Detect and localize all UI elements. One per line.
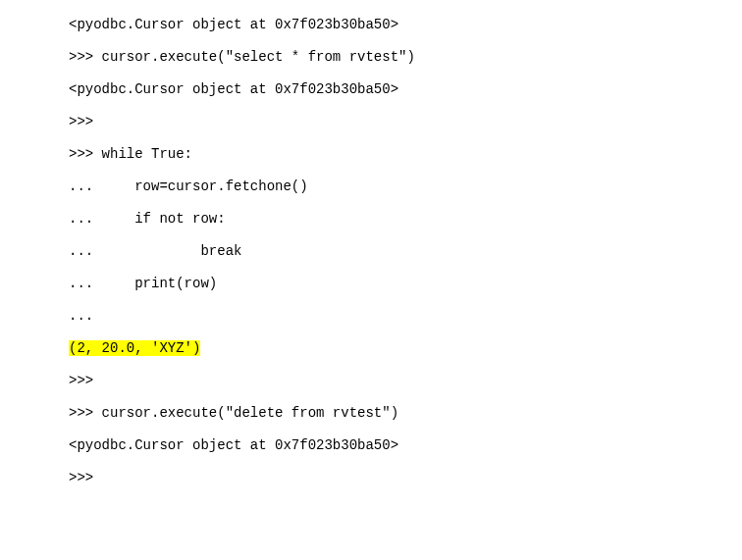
code-text: >>> while True: bbox=[69, 146, 192, 162]
code-text: ... bbox=[69, 308, 93, 324]
code-text-highlighted: (2, 20.0, 'XYZ') bbox=[69, 340, 200, 356]
code-text: <pyodbc.Cursor object at 0x7f023b30ba50> bbox=[69, 437, 398, 453]
code-line: >>> bbox=[69, 471, 742, 484]
code-line: ... bbox=[69, 309, 742, 323]
code-line: >>> bbox=[69, 374, 742, 387]
code-line-highlighted: (2, 20.0, 'XYZ') bbox=[69, 341, 742, 355]
code-text: >>> bbox=[69, 114, 93, 129]
code-line: ... row=cursor.fetchone() bbox=[69, 179, 742, 193]
code-line: <pyodbc.Cursor object at 0x7f023b30ba50> bbox=[69, 18, 742, 31]
code-line: ... if not row: bbox=[69, 212, 742, 226]
code-text: ... break bbox=[69, 243, 241, 259]
code-text: >>> bbox=[69, 373, 93, 388]
code-text: <pyodbc.Cursor object at 0x7f023b30ba50> bbox=[69, 81, 398, 97]
code-text: >>> cursor.execute("select * from rvtest… bbox=[69, 49, 415, 65]
code-text: ... if not row: bbox=[69, 211, 226, 227]
code-line: >>> cursor.execute("select * from rvtest… bbox=[69, 50, 742, 64]
code-line: >>> while True: bbox=[69, 147, 742, 161]
code-line: <pyodbc.Cursor object at 0x7f023b30ba50> bbox=[69, 438, 742, 452]
code-line: >>> bbox=[69, 115, 742, 128]
code-text: >>> cursor.execute("delete from rvtest") bbox=[69, 405, 398, 421]
code-line: <pyodbc.Cursor object at 0x7f023b30ba50> bbox=[69, 82, 742, 96]
code-text: ... row=cursor.fetchone() bbox=[69, 178, 308, 194]
code-text: <pyodbc.Cursor object at 0x7f023b30ba50> bbox=[69, 17, 398, 32]
code-text: >>> bbox=[69, 470, 93, 485]
code-line: ... print(row) bbox=[69, 277, 742, 290]
code-line: >>> cursor.execute("delete from rvtest") bbox=[69, 406, 742, 420]
code-line: ... break bbox=[69, 244, 742, 258]
code-text: ... print(row) bbox=[69, 276, 217, 291]
